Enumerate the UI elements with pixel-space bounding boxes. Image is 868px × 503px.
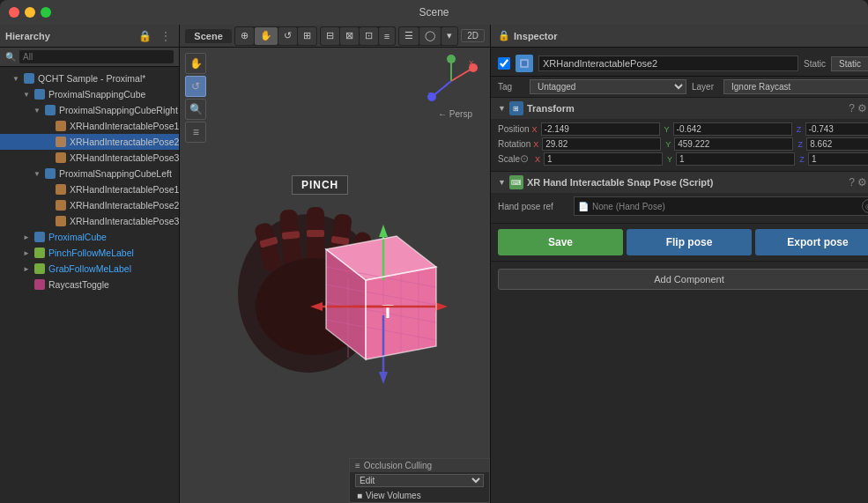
- occlusion-icon: ≡: [355, 461, 360, 470]
- bullet-icon: ■: [357, 491, 362, 500]
- hierarchy-search-input[interactable]: [19, 50, 174, 63]
- static-dropdown[interactable]: Static: [831, 56, 868, 71]
- tree-item-proximal-snapping-cube[interactable]: ▼ProximalSnappingCube: [0, 86, 179, 102]
- script-component-header[interactable]: ▼ ⌨ XR Hand Interactable Snap Pose (Scri…: [491, 172, 868, 193]
- transform-component-buttons: ? ⚙ ⋮: [849, 102, 868, 115]
- svg-rect-3: [56, 121, 66, 131]
- tool-gfx2[interactable]: ◯: [419, 27, 441, 45]
- rotation-z-input[interactable]: [806, 137, 868, 151]
- rotation-z-label: Z: [795, 140, 805, 149]
- tree-item-xr-pose1-l[interactable]: XRHandInteractablePose1: [0, 181, 179, 197]
- tree-item-xr-pose2-l[interactable]: XRHandInteractablePose2: [0, 197, 179, 213]
- tree-item-icon-proximal-right: [44, 104, 56, 116]
- tool-gfx1[interactable]: ☰: [399, 27, 419, 45]
- tree-item-xr-pose2-r[interactable]: XRHandInteractablePose2: [0, 134, 179, 150]
- occlusion-title: Occlusion Culling: [364, 461, 432, 470]
- hierarchy-lock-icon[interactable]: 🔒: [136, 30, 154, 42]
- svg-rect-32: [307, 230, 324, 237]
- occlusion-view-volumes[interactable]: ■ View Volumes: [350, 489, 489, 502]
- tree-item-qcht-sample[interactable]: ▼QCHT Sample - Proximal*: [0, 70, 179, 86]
- tree-item-xr-pose3-r[interactable]: XRHandInteractablePose3: [0, 150, 179, 166]
- scene-tab[interactable]: Scene: [185, 29, 231, 43]
- layer-select[interactable]: Ignore Raycast: [723, 79, 868, 94]
- svg-marker-51: [435, 302, 448, 311]
- toolbar-tool-group: ⊕ ✋ ↺ ⊞: [234, 26, 317, 46]
- tree-arrow-proximal-snapping-cube: ▼: [23, 91, 33, 99]
- tree-item-grab-label[interactable]: ►GrabFollowMeLabel: [0, 261, 179, 277]
- rotation-y-input[interactable]: [674, 137, 793, 151]
- scale-row: Scale ⊙ X Y Z: [498, 152, 868, 166]
- tree-item-xr-pose3-l[interactable]: XRHandInteractablePose3: [0, 213, 179, 229]
- tree-item-raycast-toggle[interactable]: RaycastToggle: [0, 277, 179, 292]
- tool-hand[interactable]: ✋: [255, 27, 278, 45]
- scale-x-input[interactable]: [544, 152, 663, 166]
- object-enabled-checkbox[interactable]: [498, 57, 510, 70]
- tool-rotate[interactable]: ↺: [278, 27, 297, 45]
- pinch-label: PINCH: [292, 175, 348, 195]
- tree-item-label-xr-pose2-r: XRHandInteractablePose2: [70, 137, 179, 147]
- svg-rect-4: [56, 137, 66, 147]
- scale-y-input[interactable]: [676, 152, 795, 166]
- position-label: Position: [498, 124, 530, 134]
- scene-toolbar-right: 2D: [461, 29, 485, 42]
- script-help-button[interactable]: ?: [849, 176, 855, 189]
- tree-item-label-proximal-cube: ProximalCube: [48, 232, 107, 242]
- transform-help-button[interactable]: ?: [849, 102, 855, 115]
- main-layout: Hierarchy 🔒 ⋮ 🔍 ▼QCHT Sample - Proximal*…: [0, 25, 868, 503]
- script-settings-button[interactable]: ⚙: [857, 176, 867, 189]
- tree-item-icon-proximal-cube: [33, 231, 46, 243]
- hierarchy-menu-icon[interactable]: ⋮: [158, 30, 174, 42]
- hierarchy-title: Hierarchy: [5, 31, 132, 41]
- hand-pose-select-button[interactable]: ◎: [862, 199, 868, 213]
- position-z-input[interactable]: [805, 122, 868, 136]
- tree-arrow-qcht-sample: ▼: [12, 75, 23, 83]
- tree-item-proximal-right[interactable]: ▼ProximalSnappingCubeRight: [0, 102, 179, 118]
- inspector-panel: 🔒 Inspector ⋮ Static Static Tag: [491, 25, 868, 503]
- position-y-input[interactable]: [673, 122, 792, 136]
- scale-lock-icon[interactable]: ⊙: [520, 152, 529, 166]
- scene-view[interactable]: ✋ ↺ 🔍 ≡ X Y Z ←: [180, 48, 490, 503]
- rotation-x-input[interactable]: [542, 137, 661, 151]
- scale-z-pair: Z: [797, 152, 868, 166]
- rotation-x-pair: X: [530, 137, 661, 151]
- scene-2d-button[interactable]: 2D: [461, 29, 485, 42]
- export-pose-button[interactable]: Export pose: [755, 229, 868, 255]
- object-header: Static Static: [491, 51, 868, 77]
- svg-rect-60: [522, 61, 527, 66]
- tool-pivot[interactable]: ⊠: [340, 27, 359, 45]
- object-name-input[interactable]: [538, 55, 798, 71]
- tree-item-proximal-left[interactable]: ▼ProximalSnappingCubeLeft: [0, 166, 179, 181]
- rotation-y-label: Y: [663, 140, 673, 149]
- tag-select[interactable]: Untagged: [530, 79, 686, 94]
- tool-transform[interactable]: ⊕: [235, 27, 254, 45]
- toolbar-gfx-group: ☰ ◯ ▾: [398, 26, 458, 46]
- tree-item-label-raycast-toggle: RaycastToggle: [48, 279, 109, 290]
- tool-scale[interactable]: ⊞: [298, 27, 316, 45]
- tool-world[interactable]: ⊡: [360, 27, 378, 45]
- tool-rect[interactable]: ⊟: [321, 27, 339, 45]
- hand-pose-ref-label: Hand pose ref: [498, 202, 568, 211]
- add-component-button[interactable]: Add Component: [498, 269, 868, 290]
- flip-pose-button[interactable]: Flip pose: [627, 229, 752, 255]
- save-button[interactable]: Save: [498, 229, 623, 255]
- position-x-input[interactable]: [541, 122, 660, 136]
- tree-item-xr-pose1-r[interactable]: XRHandInteractablePose1: [0, 118, 179, 134]
- tree-item-pinch-label[interactable]: ►PinchFollowMeLabel: [0, 245, 179, 261]
- scale-z-input[interactable]: [808, 152, 868, 166]
- svg-rect-10: [34, 232, 45, 242]
- tree-arrow-pinch-label: ►: [23, 249, 33, 257]
- svg-rect-8: [56, 200, 66, 211]
- inspector-lock-icon[interactable]: 🔒: [498, 30, 510, 41]
- transform-settings-button[interactable]: ⚙: [857, 102, 867, 115]
- tool-gfx3[interactable]: ▾: [441, 27, 457, 45]
- rotation-y-pair: Y: [663, 137, 793, 151]
- action-buttons: Save Flip pose Export pose: [491, 224, 868, 262]
- transform-component-header[interactable]: ▼ ⊞ Transform ? ⚙ ⋮: [491, 98, 868, 119]
- tree-item-proximal-cube[interactable]: ►ProximalCube: [0, 229, 179, 245]
- maximize-button[interactable]: [41, 7, 51, 18]
- tool-extra1[interactable]: ≡: [379, 27, 395, 45]
- close-button[interactable]: [9, 7, 19, 18]
- minimize-button[interactable]: [25, 7, 35, 18]
- occlusion-select[interactable]: Edit: [355, 474, 484, 487]
- tree-item-icon-xr-pose2-r: [55, 136, 67, 148]
